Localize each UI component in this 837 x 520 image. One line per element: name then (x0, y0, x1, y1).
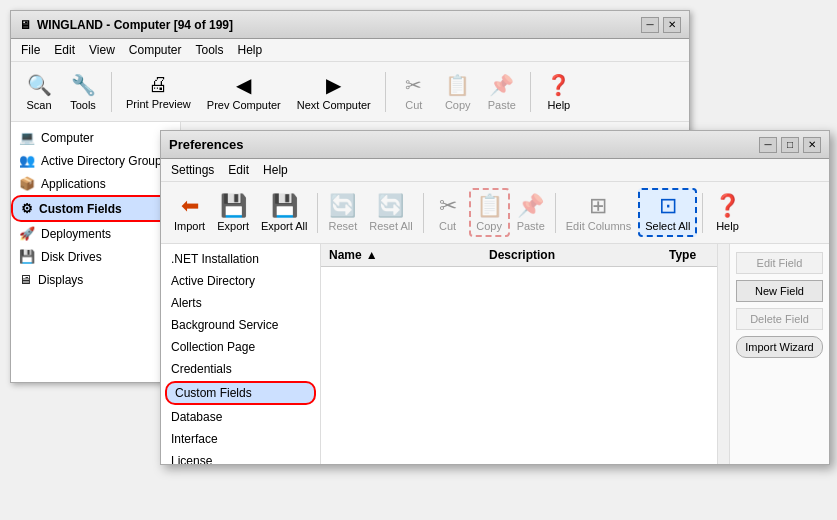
displays-icon: 🖥 (19, 272, 32, 287)
print-icon: 🖨 (148, 73, 168, 96)
pref-select-all-button[interactable]: ⊡ Select All (638, 188, 697, 237)
pref-item-database[interactable]: Database (161, 406, 320, 428)
import-wizard-pref-button[interactable]: Import Wizard (736, 336, 823, 358)
pref-menu-settings[interactable]: Settings (165, 161, 220, 179)
pref-edit-columns-label: Edit Columns (566, 220, 631, 232)
menu-computer[interactable]: Computer (123, 41, 188, 59)
sidebar-item-applications[interactable]: 📦 Applications (11, 172, 180, 195)
main-title-bar: 🖥 WINGLAND - Computer [94 of 199] ─ ✕ (11, 11, 689, 39)
next-label: Next Computer (297, 99, 371, 111)
title-bar-controls: ─ ✕ (641, 17, 681, 33)
pref-item-active-dir[interactable]: Active Directory (161, 270, 320, 292)
sidebar-label-applications: Applications (41, 177, 106, 191)
pref-export-all-label: Export All (261, 220, 307, 232)
pref-item-collection[interactable]: Collection Page (161, 336, 320, 358)
prev-label: Prev Computer (207, 99, 281, 111)
pref-item-credentials[interactable]: Credentials (161, 358, 320, 380)
pref-menu-bar: Settings Edit Help (161, 159, 829, 182)
app-icon: 🖥 (19, 18, 31, 32)
custom-fields-icon: ⚙ (21, 201, 33, 216)
cut-button[interactable]: ✂ Cut (394, 70, 434, 114)
menu-help[interactable]: Help (232, 41, 269, 59)
scan-label: Scan (26, 99, 51, 111)
sidebar-item-disk-drives[interactable]: 💾 Disk Drives (11, 245, 180, 268)
paste-label: Paste (488, 99, 516, 111)
pref-select-all-icon: ⊡ (659, 193, 677, 219)
menu-view[interactable]: View (83, 41, 121, 59)
sidebar-item-computer[interactable]: 💻 Computer (11, 126, 180, 149)
toolbar-sep-3 (530, 72, 531, 112)
pref-close-button[interactable]: ✕ (803, 137, 821, 153)
menu-edit[interactable]: Edit (48, 41, 81, 59)
pref-item-bg-service[interactable]: Background Service (161, 314, 320, 336)
pref-export-all-icon: 💾 (271, 193, 298, 219)
pref-right-panel: Edit Field New Field Delete Field Import… (729, 244, 829, 464)
pref-body: .NET Installation Active Directory Alert… (161, 244, 829, 464)
tools-button[interactable]: 🔧 Tools (63, 70, 103, 114)
close-button[interactable]: ✕ (663, 17, 681, 33)
pref-main-area: Name ▲ Description Type (321, 244, 729, 464)
sidebar-label-disk-drives: Disk Drives (41, 250, 102, 264)
disk-drives-icon: 💾 (19, 249, 35, 264)
sidebar-label-deployments: Deployments (41, 227, 111, 241)
edit-field-button[interactable]: Edit Field (736, 252, 823, 274)
pref-item-custom-fields[interactable]: Custom Fields (165, 381, 316, 405)
next-computer-button[interactable]: ▶ Next Computer (291, 70, 377, 114)
pref-help-icon: ❓ (714, 193, 741, 219)
pref-help-button[interactable]: ❓ Help (708, 190, 746, 235)
copy-icon: 📋 (445, 73, 470, 97)
copy-button[interactable]: 📋 Copy (438, 70, 478, 114)
help-button[interactable]: ❓ Help (539, 70, 579, 114)
pref-import-label: Import (174, 220, 205, 232)
pref-scrollbar[interactable] (717, 244, 729, 464)
copy-label: Copy (445, 99, 471, 111)
scan-button[interactable]: 🔍 Scan (19, 70, 59, 114)
pref-item-net-install[interactable]: .NET Installation (161, 248, 320, 270)
new-field-button[interactable]: New Field (736, 280, 823, 302)
pref-select-all-label: Select All (645, 220, 690, 232)
sidebar-item-displays[interactable]: 🖥 Displays (11, 268, 180, 291)
pref-export-icon: 💾 (220, 193, 247, 219)
pref-reset-all-label: Reset All (369, 220, 412, 232)
pref-copy-button[interactable]: 📋 Copy (469, 188, 510, 237)
sidebar-label-custom-fields: Custom Fields (39, 202, 122, 216)
scan-icon: 🔍 (27, 73, 52, 97)
pref-minimize-button[interactable]: ─ (759, 137, 777, 153)
tools-icon: 🔧 (71, 73, 96, 97)
pref-import-button[interactable]: ⬅ Import (169, 190, 210, 235)
menu-tools[interactable]: Tools (190, 41, 230, 59)
pref-export-label: Export (217, 220, 249, 232)
pref-copy-icon: 📋 (476, 193, 503, 219)
pref-help-label: Help (716, 220, 739, 232)
pref-item-license[interactable]: License (161, 450, 320, 464)
pref-item-alerts[interactable]: Alerts (161, 292, 320, 314)
prev-computer-button[interactable]: ◀ Prev Computer (201, 70, 287, 114)
sidebar-item-custom-fields[interactable]: ⚙ Custom Fields (11, 195, 180, 222)
pref-edit-columns-button[interactable]: ⊞ Edit Columns (561, 190, 636, 235)
pref-sep-3 (555, 193, 556, 233)
print-preview-button[interactable]: 🖨 Print Preview (120, 70, 197, 113)
pref-sep-4 (702, 193, 703, 233)
pref-reset-all-button[interactable]: 🔄 Reset All (364, 190, 417, 235)
paste-button[interactable]: 📌 Paste (482, 70, 522, 114)
sidebar-item-deployments[interactable]: 🚀 Deployments (11, 222, 180, 245)
pref-item-interface[interactable]: Interface (161, 428, 320, 450)
pref-export-button[interactable]: 💾 Export (212, 190, 254, 235)
pref-menu-edit[interactable]: Edit (222, 161, 255, 179)
pref-reset-icon: 🔄 (329, 193, 356, 219)
pref-export-all-button[interactable]: 💾 Export All (256, 190, 312, 235)
minimize-button[interactable]: ─ (641, 17, 659, 33)
prev-icon: ◀ (236, 73, 251, 97)
pref-col-name: Name ▲ (329, 248, 489, 262)
pref-cut-button[interactable]: ✂ Cut (429, 190, 467, 235)
delete-field-button[interactable]: Delete Field (736, 308, 823, 330)
pref-paste-button[interactable]: 📌 Paste (512, 190, 550, 235)
ad-groups-icon: 👥 (19, 153, 35, 168)
menu-file[interactable]: File (15, 41, 46, 59)
pref-reset-button[interactable]: 🔄 Reset (323, 190, 362, 235)
pref-menu-help[interactable]: Help (257, 161, 294, 179)
help-label: Help (548, 99, 571, 111)
sidebar-item-ad-groups[interactable]: 👥 Active Directory Groups (11, 149, 180, 172)
pref-maximize-button[interactable]: □ (781, 137, 799, 153)
help-icon: ❓ (546, 73, 571, 97)
